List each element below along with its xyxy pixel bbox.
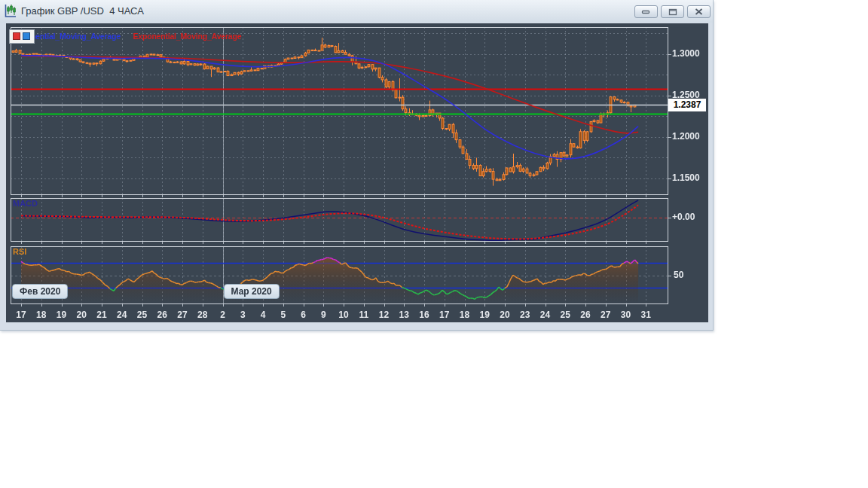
red-indicator-button[interactable] (13, 32, 20, 40)
close-icon (695, 8, 703, 15)
maximize-button[interactable] (661, 5, 684, 18)
rsi-panel-label: RSI (13, 247, 26, 256)
month-badge-feb: Фев 2020 (12, 284, 68, 299)
chart-client-area: Exponential_Moving_Average Exponential_M… (6, 23, 708, 322)
title-bar[interactable]: График GBP /USD 4 ЧАСА (0, 0, 713, 23)
macd-zero-label: +0.00 (672, 212, 708, 222)
legend-ema-slow: Exponential_Moving_Average (133, 32, 242, 41)
window-title: График GBP /USD 4 ЧАСА (21, 0, 144, 23)
month-badge-mar: Мар 2020 (224, 284, 280, 299)
minimize-icon (641, 8, 651, 15)
indicator-legend: Exponential_Moving_Average Exponential_M… (12, 32, 241, 41)
rsi-mid-label: 50 (674, 270, 708, 280)
macd-panel-label: MACD (13, 199, 38, 208)
desktop-background: График GBP /USD 4 ЧАСА (0, 0, 868, 488)
window-controls (634, 5, 711, 18)
current-price-box: 1.2387 (668, 99, 706, 111)
indicator-buttons (9, 29, 35, 44)
candlestick-chart-icon (4, 4, 17, 19)
blue-indicator-button[interactable] (23, 32, 30, 40)
minimize-button[interactable] (634, 5, 658, 18)
close-button[interactable] (687, 5, 711, 18)
chart-canvas[interactable] (6, 23, 708, 322)
maximize-icon (668, 8, 677, 16)
chart-window: График GBP /USD 4 ЧАСА (0, 0, 714, 331)
